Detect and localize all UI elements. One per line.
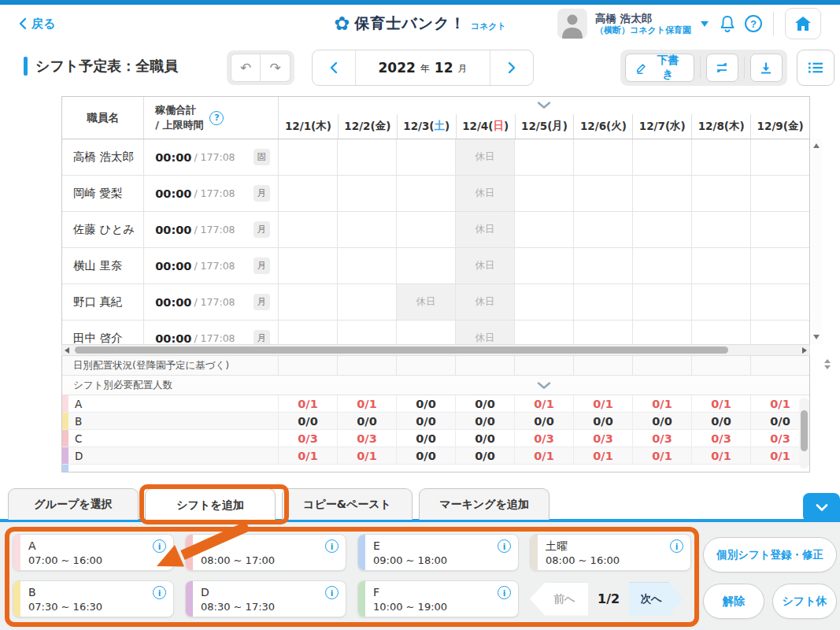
shift-cell[interactable]	[337, 321, 396, 345]
shift-cell[interactable]	[573, 176, 632, 211]
home-button[interactable]	[785, 8, 821, 39]
scroll-down-arrow-icon[interactable]	[824, 365, 831, 369]
staff-table-vertical-scrollbar[interactable]	[812, 139, 822, 344]
shift-cell[interactable]	[514, 139, 573, 175]
next-month-button[interactable]	[490, 50, 533, 85]
shift-cell[interactable]	[514, 176, 573, 211]
user-dropdown-caret-icon[interactable]	[701, 21, 709, 27]
shift-rest-button[interactable]: シフト休	[772, 584, 837, 619]
shift-cell[interactable]	[337, 212, 396, 247]
shift-cell[interactable]	[750, 212, 809, 247]
tab-add-shift[interactable]: シフトを追加	[145, 488, 276, 522]
swap-shifts-button[interactable]	[706, 54, 738, 82]
shift-cell[interactable]	[691, 139, 750, 175]
shift-cell[interactable]: 休日	[455, 139, 514, 175]
shift-cell[interactable]	[632, 248, 691, 284]
shift-card[interactable]: C 08:00 ~ 17:00 i	[185, 534, 346, 571]
draft-button[interactable]: 下書き	[625, 54, 694, 82]
shift-cell[interactable]	[278, 248, 337, 284]
shift-cell[interactable]: 休日	[455, 284, 514, 320]
shift-cell[interactable]	[337, 248, 396, 284]
release-button[interactable]: 解除	[703, 584, 764, 619]
tab-add-marking[interactable]: マーキングを追加	[419, 488, 550, 520]
shift-cell[interactable]	[514, 284, 573, 320]
shift-cell[interactable]	[632, 284, 691, 320]
shift-cell[interactable]: 休日	[455, 321, 514, 345]
shift-cell[interactable]	[632, 212, 691, 247]
tab-select-group[interactable]: グループを選択	[8, 488, 139, 520]
info-icon[interactable]: i	[498, 539, 511, 553]
info-icon[interactable]: i	[325, 586, 339, 599]
shift-cell[interactable]	[573, 248, 632, 284]
shift-cell[interactable]: 休日	[455, 176, 514, 211]
shift-cell[interactable]	[278, 284, 337, 320]
shift-cell[interactable]	[632, 176, 691, 211]
shift-card[interactable]: 土曜 08:00 ~ 16:00 i	[530, 534, 691, 571]
shift-cell[interactable]	[278, 176, 337, 211]
shift-cell[interactable]	[573, 284, 632, 320]
shift-card[interactable]: D 08:30 ~ 17:30 i	[185, 580, 346, 617]
shift-cell[interactable]	[632, 321, 691, 345]
shift-cell[interactable]	[514, 321, 573, 345]
summary-scroll-arrows[interactable]	[824, 359, 831, 369]
collapse-required-control[interactable]	[279, 376, 809, 395]
info-icon[interactable]: i	[498, 586, 511, 599]
shift-card[interactable]: E 09:00 ~ 18:00 i	[357, 534, 519, 571]
horizontal-scrollbar[interactable]	[61, 344, 810, 356]
shift-card[interactable]: B 07:30 ~ 16:30 i	[13, 580, 174, 617]
shift-cell[interactable]	[750, 176, 809, 211]
hours-help-icon[interactable]: ?	[209, 111, 224, 125]
back-button[interactable]: 戻る	[19, 17, 55, 32]
shift-card[interactable]: A 07:00 ~ 16:00 i	[13, 534, 174, 571]
scroll-right-arrow-icon[interactable]	[802, 347, 807, 354]
shift-cell[interactable]	[750, 284, 809, 320]
shift-cell[interactable]	[691, 321, 750, 345]
pager-next-button[interactable]: 次へ	[629, 583, 683, 616]
horizontal-scrollbar-thumb[interactable]	[75, 346, 728, 354]
collapse-panel-button[interactable]	[803, 493, 840, 522]
pager-previous-button[interactable]: 前へ	[530, 583, 588, 616]
shift-cell[interactable]	[750, 248, 809, 284]
shift-cell[interactable]	[573, 212, 632, 247]
shift-cell[interactable]	[396, 139, 455, 175]
shift-cell[interactable]	[514, 212, 573, 247]
shift-cell[interactable]	[573, 139, 632, 175]
help-button[interactable]: ?	[745, 15, 762, 32]
individual-shift-register-button[interactable]: 個別シフト登録・修正	[703, 537, 837, 573]
shift-card[interactable]: F 10:00 ~ 19:00 i	[357, 580, 519, 617]
shift-cell[interactable]	[337, 284, 396, 320]
requirements-scrollbar-thumb[interactable]	[801, 410, 808, 451]
shift-cell[interactable]	[278, 321, 337, 345]
user-info[interactable]: 高橋 浩太郎 （横断）コネクト保育園	[595, 12, 691, 36]
list-view-button[interactable]	[797, 50, 834, 86]
undo-button[interactable]: ↶	[231, 54, 261, 82]
info-icon[interactable]: i	[670, 539, 683, 553]
shift-cell[interactable]	[691, 284, 750, 320]
scroll-left-arrow-icon[interactable]	[65, 347, 69, 354]
shift-cell[interactable]	[337, 139, 396, 175]
shift-cell[interactable]	[337, 176, 396, 211]
user-avatar[interactable]	[557, 9, 587, 39]
previous-month-button[interactable]	[313, 50, 355, 85]
shift-cell[interactable]: 休日	[455, 212, 514, 247]
scroll-up-arrow-icon[interactable]	[824, 359, 831, 363]
shift-cell[interactable]	[632, 139, 691, 175]
shift-cell[interactable]	[750, 139, 809, 175]
download-button[interactable]	[750, 54, 783, 82]
shift-cell[interactable]	[396, 212, 455, 247]
shift-cell[interactable]	[691, 248, 750, 284]
shift-cell[interactable]	[396, 321, 455, 345]
shift-cell[interactable]	[514, 248, 573, 284]
info-icon[interactable]: i	[153, 586, 166, 599]
shift-cell[interactable]: 休日	[396, 284, 455, 320]
shift-cell[interactable]	[396, 248, 455, 284]
shift-cell[interactable]	[278, 212, 337, 247]
requirements-vertical-scrollbar[interactable]	[799, 398, 809, 469]
collapse-dates-control[interactable]	[279, 97, 809, 114]
scroll-up-arrow-icon[interactable]	[813, 143, 820, 148]
info-icon[interactable]: i	[153, 539, 166, 553]
shift-cell[interactable]	[750, 321, 809, 345]
shift-cell[interactable]	[573, 321, 632, 345]
shift-cell[interactable]	[691, 176, 750, 211]
info-icon[interactable]: i	[325, 539, 339, 553]
